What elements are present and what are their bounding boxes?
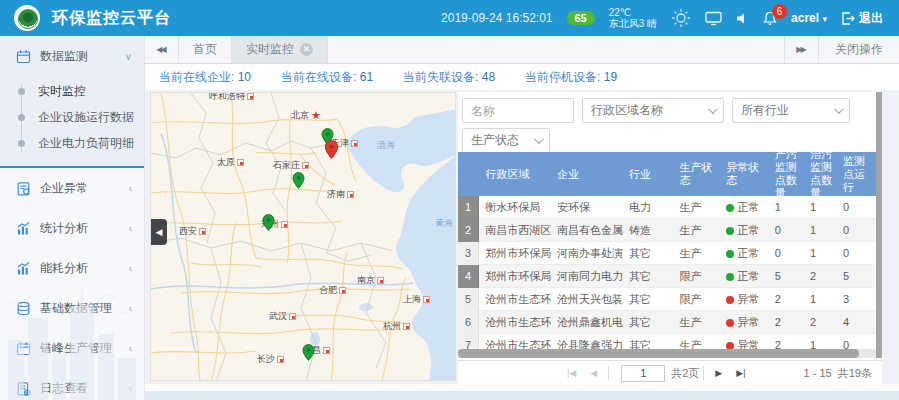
tabs-scroll-left-icon[interactable]: ◀◀ [145, 36, 179, 63]
sidebar-subitem-0-0[interactable]: 实时监控 [0, 78, 144, 104]
notifications-bell[interactable]: 6 [763, 11, 777, 26]
cell-0: 沧州市生态环保局 [479, 315, 551, 330]
city-marker-icon [247, 93, 254, 100]
map-label-14: 杭州 [383, 320, 410, 333]
cell-4: 异常 [720, 315, 769, 330]
cell-1: 安环保 [551, 200, 623, 215]
city-marker-icon [347, 191, 354, 198]
map-label-5: 石家庄 [273, 159, 309, 172]
cell-3: 限产 [673, 269, 720, 284]
cell-2: 铸造 [623, 223, 674, 238]
region-select[interactable]: 行政区域名称 [582, 98, 724, 123]
sidebar-item-3[interactable]: 能耗分析‹ [0, 248, 144, 288]
col-header-0[interactable]: 行政区域 [480, 168, 552, 181]
city-marker-icon [377, 277, 384, 284]
col-header-1[interactable]: 企业 [551, 168, 623, 181]
chevron-down-icon: ∨ [125, 51, 132, 62]
map-label-4: 太原 [217, 156, 244, 169]
horizontal-scrollbar[interactable] [458, 349, 876, 358]
close-operations-menu[interactable]: 关闭操作 [818, 36, 899, 63]
cell-7: 3 [837, 293, 876, 305]
industry-select[interactable]: 所有行业 [732, 98, 850, 123]
table-row-3[interactable]: 3郑州市环保局河南办事处演示其它生产正常010 [458, 242, 876, 265]
stat-0: 当前在线企业: 10 [159, 69, 251, 86]
cell-3: 生产 [673, 315, 720, 330]
cell-7: 4 [837, 316, 876, 328]
main-area: ◀◀ 首页实时监控✕ ▶▶ 关闭操作 当前在线企业: 10当前在线设备: 61当… [145, 36, 899, 400]
row-number: 1 [458, 196, 479, 219]
tab-0[interactable]: 首页 [179, 36, 232, 63]
last-page-button[interactable]: ▶| [729, 368, 752, 378]
map-pin-green-2[interactable] [292, 172, 305, 192]
sidebar-item-5[interactable]: 错峰生产管理‹ [0, 328, 144, 368]
map-collapse-button[interactable]: ◀ [151, 219, 167, 245]
map-panel[interactable]: 呼和浩特北京★天津渤海太原石家庄济南西安郑州黄海南京合肥上海武汉杭州长沙南昌 ◀ [150, 92, 456, 381]
logout-button[interactable]: 退出 [841, 10, 883, 27]
city-marker-icon [302, 162, 309, 169]
col-header-3[interactable]: 生产状态 [674, 161, 721, 187]
prev-page-button[interactable]: ◀ [583, 368, 604, 378]
next-page-button[interactable]: ▶ [708, 368, 729, 378]
sidebar-item-label: 日志查看 [40, 380, 88, 397]
username-label: acrel [791, 11, 819, 25]
chevron-down-icon [834, 104, 844, 114]
col-header-7[interactable]: 监测点运行 [837, 155, 876, 194]
cell-0: 郑州市环保局 [479, 246, 551, 261]
sidebar-subitem-0-2[interactable]: 企业电力负荷明细 [0, 130, 144, 156]
table-row-4[interactable]: 4郑州市环保局河南同力电力设备其它限产正常525 [458, 265, 876, 288]
cell-4: 正常 [720, 246, 769, 261]
sidebar-item-1[interactable]: 企业异常‹ [0, 168, 144, 208]
pagination-range-label: 1 - 15 共19条 [803, 366, 882, 381]
cell-0: 衡水环保局 [479, 200, 551, 215]
cell-0: 郑州市环保局 [479, 269, 551, 284]
cell-3: 生产 [673, 200, 720, 215]
stat-3: 当前停机设备: 19 [525, 69, 617, 86]
map-pin-red-1[interactable] [324, 140, 339, 162]
col-header-6[interactable]: 治污监测点数量 [804, 152, 837, 200]
tab-label: 实时监控 [246, 41, 294, 58]
chevron-left-icon: ‹ [129, 383, 132, 394]
city-marker-icon [323, 347, 330, 354]
capital-star-icon: ★ [311, 111, 321, 120]
city-marker-icon [423, 296, 430, 303]
chevron-left-icon: ‹ [129, 343, 132, 354]
production-status-select[interactable]: 生产状态 [462, 128, 550, 153]
monitor-icon[interactable] [705, 11, 722, 26]
map-pin-green-3[interactable] [262, 214, 275, 234]
map-pin-green-4[interactable] [302, 344, 315, 364]
sidebar-item-2[interactable]: 统计分析‹ [0, 208, 144, 248]
cell-1: 南昌有色金属有限 [551, 223, 623, 238]
aqi-badge: 65 [567, 11, 595, 25]
name-search-input[interactable] [462, 98, 574, 123]
temperature-label: 22℃ [609, 7, 631, 18]
sidebar-item-4[interactable]: 基础数据管理‹ [0, 288, 144, 328]
map-label-1: 北京★ [291, 109, 321, 122]
status-ok-dot [726, 273, 734, 281]
table-row-6[interactable]: 6沧州市生态环保局沧州鼎鑫机电设备其它生产异常224 [458, 311, 876, 334]
tab-close-icon[interactable]: ✕ [300, 43, 313, 56]
sidebar-item-label: 数据监测 [40, 48, 88, 65]
city-marker-icon [339, 287, 346, 294]
col-header-5[interactable]: 产污监测点数量 [769, 152, 804, 200]
city-marker-icon [281, 221, 288, 228]
user-menu[interactable]: acrel ▾ [791, 11, 827, 25]
page-number-input[interactable] [621, 365, 665, 382]
vertical-scrollbar[interactable] [876, 92, 882, 358]
col-header-4[interactable]: 异常状态 [720, 161, 769, 187]
cell-5: 2 [769, 316, 804, 328]
first-page-button[interactable]: |◀ [560, 368, 583, 378]
city-marker-icon [403, 323, 410, 330]
sidebar-item-0[interactable]: 数据监测∨ [0, 36, 144, 76]
col-header-2[interactable]: 行业 [623, 168, 674, 181]
table-row-2[interactable]: 2南昌市西湖区环保局南昌有色金属有限铸造生产正常010 [458, 219, 876, 242]
total-pages-label: 共2页 [671, 366, 699, 381]
sidebar-item-6[interactable]: 日志查看‹ [0, 368, 144, 400]
table-row-5[interactable]: 5沧州市生态环保局沧州天兴包装制品其它限产异常213 [458, 288, 876, 311]
tabs-scroll-right-icon[interactable]: ▶▶ [784, 36, 818, 63]
speaker-icon[interactable] [736, 12, 749, 25]
tab-1[interactable]: 实时监控✕ [232, 36, 328, 63]
city-marker-icon [277, 356, 284, 363]
sidebar-subitem-0-1[interactable]: 企业设施运行数据 [0, 104, 144, 130]
notification-count-badge[interactable]: 6 [772, 4, 787, 19]
cell-2: 其它 [623, 269, 674, 284]
